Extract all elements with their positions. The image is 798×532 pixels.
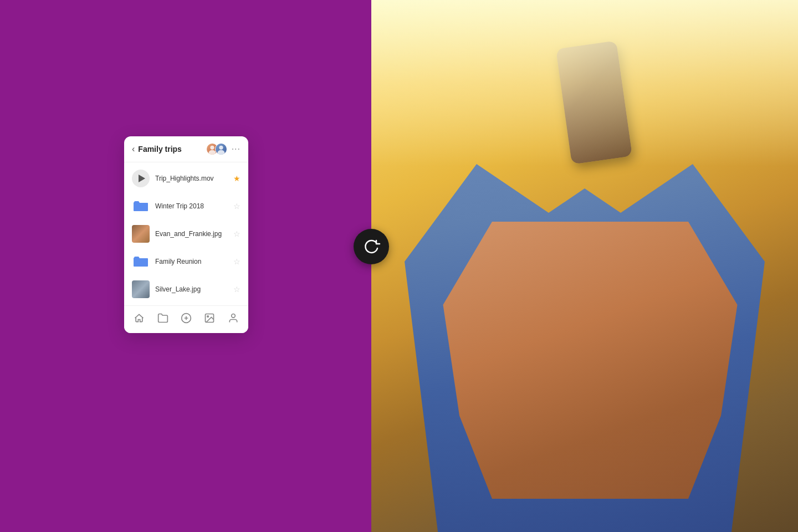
list-item[interactable]: Trip_Highlights.mov ★ xyxy=(124,165,248,192)
home-icon[interactable] xyxy=(130,311,148,328)
star-icon[interactable]: ☆ xyxy=(233,202,241,211)
thumbnail xyxy=(132,225,150,243)
video-icon xyxy=(132,170,150,187)
back-button[interactable]: ‹ xyxy=(132,144,135,154)
file-name: Evan_and_Frankie.jpg xyxy=(155,230,233,238)
folder-nav-icon[interactable] xyxy=(154,311,172,328)
svg-point-1 xyxy=(208,150,216,155)
star-icon[interactable]: ★ xyxy=(233,174,241,183)
list-item[interactable]: Winter Trip 2018 ☆ xyxy=(124,192,248,220)
more-button[interactable]: ··· xyxy=(232,144,241,154)
right-panel xyxy=(371,0,798,532)
avatar-2 xyxy=(215,143,227,155)
list-item[interactable]: Evan_and_Frankie.jpg ☆ xyxy=(124,220,248,248)
svg-point-2 xyxy=(219,146,223,150)
list-item[interactable]: Silver_Lake.jpg ☆ xyxy=(124,275,248,303)
star-icon[interactable]: ☆ xyxy=(233,229,241,238)
hands-shape xyxy=(427,222,754,499)
folder-icon xyxy=(132,253,150,270)
list-item[interactable]: Family Reunion ☆ xyxy=(124,248,248,275)
add-icon[interactable] xyxy=(177,311,195,328)
avatars-group xyxy=(206,143,227,155)
app-card: ‹ Family trips xyxy=(124,136,248,333)
card-header: ‹ Family trips xyxy=(124,136,248,162)
photo-background xyxy=(371,0,798,532)
left-panel: ‹ Family trips xyxy=(0,0,371,532)
person-icon[interactable] xyxy=(224,311,242,328)
image-icon xyxy=(132,280,150,298)
sync-button[interactable] xyxy=(354,229,389,264)
svg-point-3 xyxy=(217,150,224,155)
photo-icon[interactable] xyxy=(201,311,218,328)
svg-point-9 xyxy=(231,314,235,318)
image-icon xyxy=(132,225,150,243)
folder-icon xyxy=(132,197,150,215)
star-icon[interactable]: ☆ xyxy=(233,285,241,294)
file-list: Trip_Highlights.mov ★ Winter Trip 2018 ☆… xyxy=(124,162,248,305)
svg-point-0 xyxy=(210,146,214,150)
play-triangle xyxy=(139,175,145,182)
svg-point-8 xyxy=(207,316,209,318)
file-name: Winter Trip 2018 xyxy=(155,202,233,210)
file-name: Trip_Highlights.mov xyxy=(155,175,233,182)
bottom-nav xyxy=(124,305,248,333)
light-overlay xyxy=(371,0,798,166)
file-name: Family Reunion xyxy=(155,258,233,265)
file-name: Silver_Lake.jpg xyxy=(155,285,233,293)
star-icon[interactable]: ☆ xyxy=(233,257,241,266)
folder-title: Family trips xyxy=(138,145,206,154)
thumbnail xyxy=(132,280,150,298)
